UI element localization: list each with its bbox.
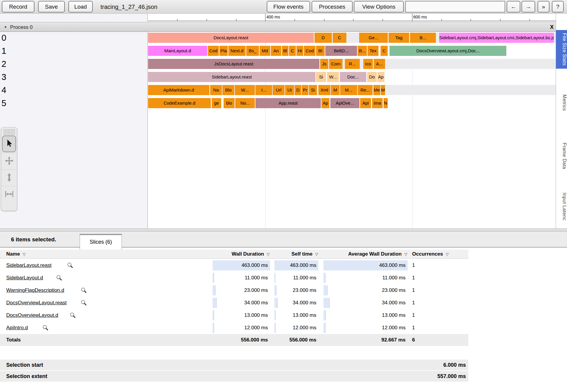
trace-slice[interactable]: I... <box>255 85 272 95</box>
search-input[interactable] <box>405 1 505 12</box>
slice-name-link[interactable]: WarningFlagDescription.d <box>6 284 64 297</box>
trace-slice[interactable]: Cod <box>304 46 315 56</box>
trace-slice[interactable]: App.reast <box>255 98 321 108</box>
sidebar-tab-metrics[interactable]: Metrics <box>556 92 567 114</box>
trace-slice[interactable]: Ima <box>372 98 383 108</box>
magnifier-icon[interactable] <box>56 274 62 282</box>
column-header-name[interactable]: Name▽ <box>6 250 26 259</box>
trace-slice[interactable]: Md <box>260 46 270 56</box>
flow-events-button[interactable]: Flow events <box>267 1 310 12</box>
magnifier-icon[interactable] <box>42 324 49 332</box>
selection-tool-button[interactable] <box>2 136 16 152</box>
trace-slice[interactable]: Ge... <box>359 33 388 43</box>
column-header-wall-duration[interactable]: Wall Duration▽ <box>213 250 270 259</box>
trace-slice[interactable]: Re... <box>358 85 373 95</box>
column-header-occurrences[interactable]: Occurrences▽ <box>412 250 449 259</box>
trace-slice[interactable]: Si <box>309 85 317 95</box>
trace-slice[interactable]: Me <box>373 85 380 95</box>
trace-slice[interactable]: A... <box>374 59 385 69</box>
magnifier-icon[interactable] <box>69 312 76 320</box>
trace-slice[interactable]: B... <box>358 46 367 56</box>
trace-slice[interactable]: Pr <box>302 85 308 95</box>
trace-slice[interactable]: Bl <box>282 46 288 56</box>
trace-slice[interactable]: Bs_ <box>246 46 259 56</box>
trace-slice[interactable]: C <box>333 33 346 43</box>
trace-slice[interactable]: SidebarLayout.cmj,SidebarLayout.cmi,Side… <box>439 33 554 43</box>
trace-slice[interactable]: Doc... <box>340 72 366 82</box>
column-header-self-time[interactable]: Self time▽ <box>274 250 318 259</box>
trace-slice[interactable]: BeltD... <box>325 46 357 56</box>
trace-slice[interactable]: ge <box>212 98 221 108</box>
zoom-tool-button[interactable] <box>1 169 17 186</box>
save-button[interactable]: Save <box>38 1 65 12</box>
record-button[interactable]: Record <box>2 1 34 12</box>
timing-tool-button[interactable] <box>1 186 17 203</box>
magnifier-icon[interactable] <box>67 262 73 270</box>
trace-slice[interactable]: Js <box>320 59 328 69</box>
trace-slice[interactable]: C <box>381 46 388 56</box>
trace-slice[interactable]: Next.d <box>228 46 246 56</box>
more-options-button[interactable]: » <box>538 1 549 12</box>
trace-slice[interactable]: Hi <box>296 46 303 56</box>
trace-slice[interactable]: Ap <box>321 98 329 108</box>
trace-slice[interactable]: SidebarLayout.reast <box>148 72 315 82</box>
trace-slice[interactable]: ApiMarkdown.d <box>148 85 209 95</box>
trace-slice[interactable]: CodeExample.d <box>148 98 211 108</box>
trace-slice[interactable]: W... <box>327 72 339 82</box>
magnifier-icon[interactable] <box>80 287 87 295</box>
column-header-average-wall-duration[interactable]: Average Wall Duration▽ <box>323 250 407 259</box>
trace-slice[interactable]: Tag <box>389 33 409 43</box>
trace-slice[interactable]: Xml <box>318 85 330 95</box>
trace-slice[interactable]: D <box>295 85 301 95</box>
trace-slice[interactable]: Com <box>329 59 343 69</box>
trace-slice[interactable]: ApiOve... <box>330 98 359 108</box>
trace-slice[interactable]: Ico <box>363 59 373 69</box>
trace-slice[interactable]: Ut <box>285 85 294 95</box>
trace-slice[interactable]: M... <box>340 85 357 95</box>
tab-slices[interactable]: Slices (6) <box>80 234 122 250</box>
trace-slice[interactable]: Ap <box>377 72 384 82</box>
sidebar-tab-input-latenc[interactable]: Input Latenc <box>556 190 567 223</box>
magnifier-icon[interactable] <box>80 299 87 307</box>
slice-name-link[interactable]: ApiIntro.d <box>6 322 28 334</box>
trace-slice[interactable]: Api <box>360 98 371 108</box>
trace-slice[interactable]: MainLayout.d <box>148 46 207 56</box>
slice-name-link[interactable]: SidebarLayout.reast <box>6 259 51 272</box>
trace-slice[interactable]: Na <box>210 85 222 95</box>
trace-slice[interactable]: Do <box>367 72 377 82</box>
slice-name-link[interactable]: DocsOverviewLayout.d <box>6 309 58 322</box>
view-options-button[interactable]: View Options <box>354 1 404 12</box>
sidebar-tab-frame-data[interactable]: Frame Data <box>556 140 567 172</box>
process-close-button[interactable]: X <box>548 22 556 32</box>
trace-slice[interactable]: JsDocsLayout.reast <box>148 59 319 69</box>
trace-slice[interactable]: Tex <box>367 46 378 56</box>
trace-slice[interactable]: N <box>384 98 388 108</box>
trace-slice[interactable]: R... <box>345 59 360 69</box>
trace-slice[interactable]: blo <box>224 98 235 108</box>
pan-tool-button[interactable] <box>1 153 17 169</box>
trace-slice[interactable]: Si <box>316 72 326 82</box>
processes-button[interactable]: Processes <box>312 1 353 12</box>
load-button[interactable]: Load <box>68 1 93 12</box>
process-header[interactable]: ▼ Process 0 X <box>0 22 556 32</box>
collapse-chevron-icon[interactable]: ▼ <box>4 22 7 32</box>
help-button[interactable]: ? <box>552 1 564 12</box>
slice-name-link[interactable]: DocsOverviewLayout.reast <box>6 297 67 309</box>
trace-slice[interactable]: Blo <box>222 85 234 95</box>
palette-drag-handle[interactable] <box>3 129 15 135</box>
trace-slice[interactable]: C <box>289 46 296 56</box>
trace-slice[interactable]: An <box>271 46 281 56</box>
find-previous-button[interactable]: ← <box>507 1 520 12</box>
trace-slice[interactable]: M <box>381 85 385 95</box>
sidebar-tab-file-size-stats[interactable]: File Size Stats <box>556 30 567 69</box>
trace-slice[interactable]: Bl <box>316 46 325 56</box>
trace-slice[interactable]: B... <box>410 33 436 43</box>
find-next-button[interactable]: → <box>522 1 535 12</box>
trace-slice[interactable]: M <box>331 85 340 95</box>
trace-slice[interactable]: DocsOverviewLayout.cmj,Doc... <box>389 46 506 56</box>
trace-slice[interactable]: W... <box>235 85 255 95</box>
trace-slice[interactable]: DocsLayout.reast <box>148 33 314 43</box>
trace-slice[interactable]: D <box>315 33 332 43</box>
trace-slice[interactable]: Cod <box>208 46 219 56</box>
trace-slice[interactable]: Pla <box>219 46 228 56</box>
